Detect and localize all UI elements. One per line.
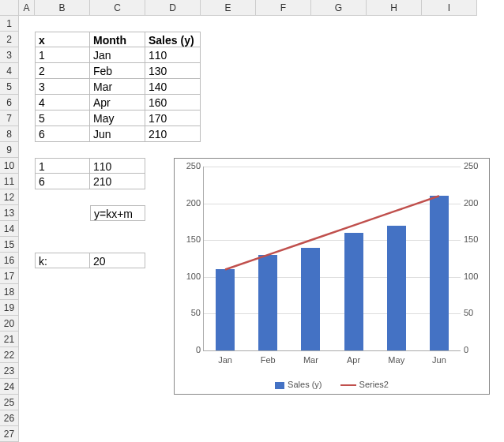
table-cell[interactable]: 130 <box>145 63 201 79</box>
chart-bar <box>216 269 235 350</box>
row-header[interactable]: 13 <box>0 205 19 221</box>
column-header[interactable]: I <box>422 0 477 16</box>
x-axis-tick: Jan <box>209 355 241 365</box>
row-header[interactable]: 25 <box>0 395 19 410</box>
extra-cell[interactable]: 6 <box>35 174 90 189</box>
y-axis-tick: 100 <box>177 272 201 281</box>
row-header[interactable]: 27 <box>0 426 19 442</box>
row-header[interactable]: 24 <box>0 379 19 395</box>
bar-swatch-icon <box>275 382 284 389</box>
y-axis-tick: 250 <box>177 161 201 170</box>
line-swatch-icon <box>340 384 356 386</box>
table-header-month[interactable]: Month <box>90 32 145 47</box>
row-header[interactable]: 16 <box>0 253 19 268</box>
column-header[interactable]: B <box>35 0 90 16</box>
row-header[interactable]: 23 <box>0 363 19 379</box>
row-header[interactable]: 6 <box>0 95 19 110</box>
y2-axis-tick: 100 <box>464 272 487 281</box>
x-axis-tick: Apr <box>338 355 370 365</box>
x-axis-tick: Feb <box>252 355 284 365</box>
row-header[interactable]: 10 <box>0 158 19 174</box>
cells-area[interactable]: x Month Sales (y) 1 Jan 110 2 Feb 130 3 … <box>19 16 504 442</box>
k-label-cell[interactable]: k: <box>35 253 90 268</box>
row-header[interactable]: 17 <box>0 268 19 284</box>
row-header[interactable]: 5 <box>0 79 19 95</box>
table-cell[interactable]: 1 <box>35 47 90 63</box>
row-header[interactable]: 8 <box>0 126 19 142</box>
row-header[interactable]: 2 <box>0 32 19 47</box>
y2-axis-tick: 250 <box>464 161 487 170</box>
table-cell[interactable]: May <box>90 110 145 126</box>
chart-bar <box>301 248 320 350</box>
column-header[interactable]: H <box>367 0 422 16</box>
table-cell[interactable]: 2 <box>35 63 90 79</box>
chart-bar <box>387 226 406 350</box>
row-header[interactable]: 11 <box>0 174 19 189</box>
y-axis-tick: 50 <box>177 308 201 317</box>
extra-cell[interactable]: 210 <box>90 174 145 189</box>
legend-item-series2: Series2 <box>340 380 389 389</box>
table-cell[interactable]: 170 <box>145 110 201 126</box>
extra-cell[interactable]: 1 <box>35 158 90 174</box>
row-header[interactable]: 14 <box>0 221 19 237</box>
table-cell[interactable]: Apr <box>90 95 145 110</box>
row-header[interactable]: 3 <box>0 47 19 63</box>
column-header[interactable]: E <box>201 0 256 16</box>
table-cell[interactable]: 140 <box>145 79 201 95</box>
chart-bar <box>258 255 277 350</box>
column-header[interactable]: F <box>256 0 311 16</box>
row-header[interactable]: 18 <box>0 284 19 300</box>
row-header[interactable]: 9 <box>0 142 19 158</box>
table-cell[interactable]: Jan <box>90 47 145 63</box>
legend-item-sales: Sales (y) <box>275 380 322 389</box>
row-header[interactable]: 7 <box>0 110 19 126</box>
row-header[interactable]: 21 <box>0 332 19 347</box>
chart-plot-area: 005050100100150150200200250250JanFebMarA… <box>203 167 461 351</box>
row-header[interactable]: 4 <box>0 63 19 79</box>
table-cell[interactable]: 110 <box>145 47 201 63</box>
row-header[interactable]: 22 <box>0 347 19 363</box>
row-header[interactable]: 20 <box>0 316 19 332</box>
table-cell[interactable]: 5 <box>35 110 90 126</box>
row-header[interactable]: 12 <box>0 189 19 205</box>
chart-trendline <box>225 196 439 269</box>
k-value-cell[interactable]: 20 <box>90 253 145 268</box>
legend-label: Sales (y) <box>288 380 322 389</box>
table-cell[interactable]: 3 <box>35 79 90 95</box>
x-axis-tick: May <box>381 355 412 365</box>
table-cell[interactable]: Jun <box>90 126 145 142</box>
column-header[interactable]: C <box>90 0 145 16</box>
table-cell[interactable]: Mar <box>90 79 145 95</box>
legend-label: Series2 <box>359 380 389 389</box>
chart-bar <box>344 233 363 350</box>
row-header[interactable]: 19 <box>0 300 19 316</box>
table-cell[interactable]: Feb <box>90 63 145 79</box>
table-cell[interactable]: 210 <box>145 126 201 142</box>
y2-axis-tick: 150 <box>464 234 487 244</box>
formula-cell[interactable]: y=kx+m <box>90 205 145 221</box>
x-axis-tick: Jun <box>423 355 455 365</box>
row-header[interactable]: 1 <box>0 16 19 32</box>
y-axis-tick: 200 <box>177 198 201 208</box>
y-axis-tick: 0 <box>177 345 201 354</box>
y2-axis-tick: 50 <box>464 308 487 317</box>
table-cell[interactable]: 6 <box>35 126 90 142</box>
column-header[interactable]: A <box>19 0 35 16</box>
extra-cell[interactable]: 110 <box>90 158 145 174</box>
y-axis-tick: 150 <box>177 234 201 244</box>
table-cell[interactable]: 160 <box>145 95 201 110</box>
row-header[interactable]: 26 <box>0 410 19 426</box>
y2-axis-tick: 0 <box>464 345 487 354</box>
spreadsheet-grid: ABCDEFGHI 123456789101112131415161718192… <box>0 0 504 442</box>
row-header[interactable]: 15 <box>0 237 19 253</box>
column-header[interactable]: D <box>145 0 201 16</box>
chart[interactable]: 005050100100150150200200250250JanFebMarA… <box>174 158 490 395</box>
table-header-x[interactable]: x <box>35 32 90 47</box>
x-axis-tick: Mar <box>295 355 326 365</box>
table-cell[interactable]: 4 <box>35 95 90 110</box>
chart-bar <box>430 196 449 350</box>
column-header[interactable]: G <box>311 0 367 16</box>
grid-corner[interactable] <box>0 0 19 16</box>
table-header-sales[interactable]: Sales (y) <box>145 32 201 47</box>
y2-axis-tick: 200 <box>464 198 487 208</box>
